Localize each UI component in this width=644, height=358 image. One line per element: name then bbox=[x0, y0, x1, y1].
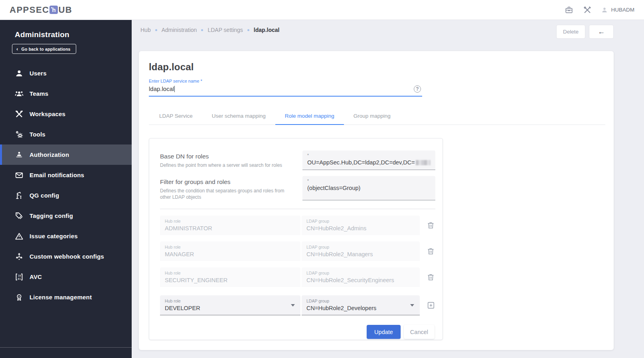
warning-triangle-icon bbox=[14, 231, 24, 241]
logo-text-pre: APPSEC bbox=[10, 5, 49, 15]
tab-user-schema-mapping[interactable]: User schema mapping bbox=[202, 108, 275, 125]
ldap-detail-card: ldap.local Enter LDAP service name * lda… bbox=[139, 51, 614, 350]
page-title: ldap.local bbox=[149, 61, 605, 73]
delete-button[interactable]: Delete bbox=[556, 25, 585, 39]
breadcrumb: Hub Administration LDAP settings ldap.lo… bbox=[140, 27, 279, 33]
logo-h-icon: h bbox=[49, 6, 58, 14]
ldap-group-field-disabled: LDAP group CN=HubRole2_Admins bbox=[302, 216, 420, 235]
ldap-group-dropdown[interactable]: LDAP group CN=HubRole2_Developers bbox=[302, 295, 420, 315]
role-mapping-row: Hub role SECURITY_ENGINEER LDAP group CN… bbox=[160, 267, 435, 287]
back-button[interactable]: ← bbox=[589, 25, 614, 39]
breadcrumb-hub[interactable]: Hub bbox=[140, 27, 151, 33]
delete-row-trash-icon[interactable] bbox=[427, 273, 435, 281]
go-back-to-applications-button[interactable]: ‹ Go back to applications bbox=[12, 44, 76, 54]
sidebar-item-issue-categories[interactable]: Issue categories bbox=[0, 226, 132, 246]
breadcrumb-separator-dot bbox=[247, 29, 249, 31]
update-button[interactable]: Update bbox=[367, 325, 401, 339]
redacted-text bbox=[416, 160, 431, 165]
sidebar: Administration ‹ Go back to applications… bbox=[0, 20, 132, 358]
role-model-mapping-panel: Base DN for roles Defines the point from… bbox=[149, 138, 443, 340]
text-caret bbox=[174, 86, 175, 92]
content-area: Hub Administration LDAP settings ldap.lo… bbox=[132, 20, 644, 358]
ldap-service-name-field: Enter LDAP service name * ldap.local ? bbox=[149, 79, 422, 97]
chevron-left-icon: ‹ bbox=[16, 46, 18, 51]
admin-tools-icon[interactable] bbox=[583, 5, 592, 15]
sidebar-item-license-management[interactable]: License management bbox=[0, 287, 132, 307]
tab-bar: LDAP Service User schema mapping Role mo… bbox=[149, 108, 605, 125]
hammer-wrench-icon bbox=[14, 109, 24, 119]
breadcrumb-separator-dot bbox=[201, 29, 203, 31]
delete-row-trash-icon[interactable] bbox=[427, 247, 435, 255]
sidebar-item-email-notifications[interactable]: Email notifications bbox=[0, 165, 132, 185]
sidebar-item-tagging-config[interactable]: Tagging config bbox=[0, 206, 132, 226]
tab-role-model-mapping[interactable]: Role model mapping bbox=[275, 108, 344, 125]
sidebar-item-custom-webhook-configs[interactable]: Custom webhook configs bbox=[0, 246, 132, 267]
chevron-down-icon bbox=[410, 304, 414, 307]
tab-group-mapping[interactable]: Group mapping bbox=[344, 108, 400, 125]
sidebar-item-workspaces[interactable]: Workspaces bbox=[0, 104, 132, 124]
panel-buttons: Update Cancel bbox=[160, 325, 435, 339]
tag-icon bbox=[14, 211, 24, 221]
sidebar-item-users[interactable]: Users bbox=[0, 63, 132, 83]
app-logo[interactable]: APPSEChUB bbox=[10, 5, 72, 15]
chevron-down-icon bbox=[291, 304, 295, 307]
logo-text-post: UB bbox=[58, 5, 72, 15]
panel-divider bbox=[160, 209, 435, 209]
username: HUBADM bbox=[611, 7, 634, 13]
sidebar-item-tools[interactable]: Tools bbox=[0, 124, 132, 144]
group-icon bbox=[14, 89, 24, 99]
tab-ldap-service[interactable]: LDAP Service bbox=[150, 108, 202, 125]
filter-label: Filter for groups and roles bbox=[160, 178, 292, 186]
help-icon[interactable]: ? bbox=[414, 85, 421, 93]
person-podium-icon bbox=[14, 150, 24, 160]
back-arrow-icon: ← bbox=[598, 28, 605, 36]
branch-arrows-icon bbox=[14, 252, 24, 261]
base-dn-input[interactable]: * OU=AppSec.Hub,DC=ldap2,DC=dev,DC= bbox=[302, 150, 435, 170]
breadcrumb-separator-dot bbox=[155, 29, 157, 31]
ldap-group-field-disabled: LDAP group CN=HubRole2_SecurityEngineers bbox=[302, 267, 420, 287]
top-bar-actions: HUBADM bbox=[564, 5, 634, 15]
role-mapping-row: Hub role ADMINISTRATOR LDAP group CN=Hub… bbox=[160, 216, 435, 235]
sidebar-nav: Users Teams Workspaces Tools bbox=[0, 63, 132, 307]
ldap-group-field-disabled: LDAP group CN=HubRole2_Managers bbox=[302, 241, 420, 261]
briefcase-icon[interactable] bbox=[564, 5, 574, 15]
hub-role-dropdown[interactable]: Hub role DEVELOPER bbox=[160, 295, 300, 315]
filter-input[interactable]: * (objectClass=Group) bbox=[302, 176, 435, 200]
breadcrumb-administration[interactable]: Administration bbox=[162, 27, 197, 33]
hub-role-field-disabled: Hub role MANAGER bbox=[160, 241, 300, 261]
app-root: APPSEChUB HUBADM Administration ‹ Go bac… bbox=[0, 0, 644, 358]
cancel-button[interactable]: Cancel bbox=[404, 325, 435, 339]
sidebar-item-avc[interactable]: 1001 AVC bbox=[0, 267, 132, 287]
breadcrumb-ldap-settings[interactable]: LDAP settings bbox=[207, 27, 243, 33]
user-avatar-icon bbox=[601, 6, 608, 14]
ldap-service-name-input[interactable]: ldap.local bbox=[149, 83, 422, 97]
user-icon bbox=[14, 69, 24, 78]
sidebar-item-qg-config[interactable]: QG config bbox=[0, 185, 132, 206]
filter-field-row: Filter for groups and roles Defines the … bbox=[160, 176, 435, 200]
role-mapping-row-editable: Hub role DEVELOPER LDAP group CN=HubRole… bbox=[160, 295, 435, 315]
user-menu[interactable]: HUBADM bbox=[601, 6, 634, 14]
base-dn-description: Defines the point from where a server wi… bbox=[160, 162, 292, 168]
svg-text:01: 01 bbox=[18, 277, 21, 280]
ldap-service-name-label: Enter LDAP service name * bbox=[149, 79, 422, 83]
envelope-icon bbox=[14, 170, 24, 180]
sidebar-item-teams[interactable]: Teams bbox=[0, 83, 132, 104]
binary-brackets-icon: 1001 bbox=[14, 272, 24, 282]
sidebar-title: Administration bbox=[15, 30, 132, 39]
top-bar: APPSEChUB HUBADM bbox=[0, 0, 644, 20]
sidebar-item-authorization[interactable]: Authorization bbox=[0, 144, 132, 165]
sidebar-divider bbox=[0, 347, 132, 348]
page-actions: Delete ← bbox=[556, 25, 614, 39]
content-header: Hub Administration LDAP settings ldap.lo… bbox=[132, 20, 644, 40]
add-row-plus-icon[interactable] bbox=[427, 301, 435, 310]
breadcrumb-current: ldap.local bbox=[254, 27, 280, 33]
gears-icon bbox=[14, 130, 24, 139]
delete-row-trash-icon[interactable] bbox=[427, 221, 435, 229]
filter-description: Defines the condition that separates gro… bbox=[160, 188, 292, 200]
base-dn-field-row: Base DN for roles Defines the point from… bbox=[160, 150, 435, 170]
badge-icon bbox=[14, 293, 24, 302]
base-dn-label: Base DN for roles bbox=[160, 153, 292, 160]
role-mapping-row: Hub role MANAGER LDAP group CN=HubRole2_… bbox=[160, 241, 435, 261]
hub-role-field-disabled: Hub role SECURITY_ENGINEER bbox=[160, 267, 300, 287]
gate-icon bbox=[14, 191, 24, 200]
